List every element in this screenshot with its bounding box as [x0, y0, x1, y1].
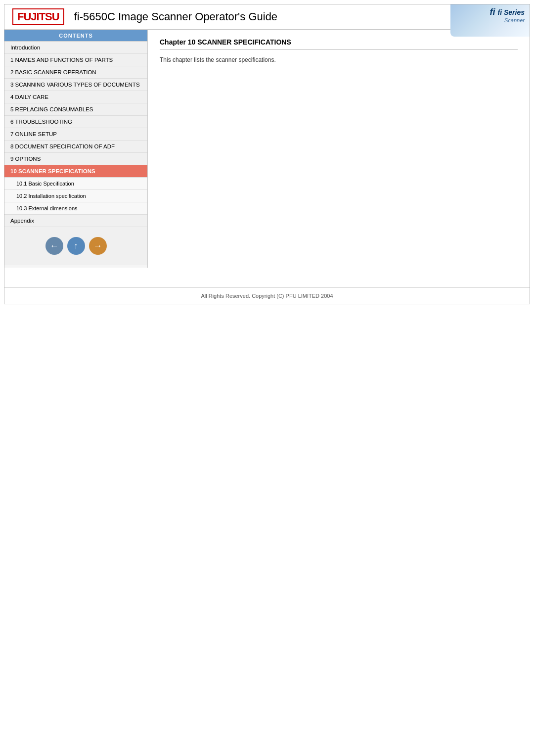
- sidebar-item-ch10-1[interactable]: 10.1 Basic Specification: [4, 178, 147, 190]
- sidebar-item-ch4[interactable]: 4 DAILY CARE: [4, 91, 147, 103]
- sidebar-item-ch10[interactable]: 10 SCANNER SPECIFICATIONS: [4, 165, 147, 178]
- sidebar-item-ch1[interactable]: 1 NAMES AND FUNCTIONS OF PARTS: [4, 54, 147, 66]
- sidebar-item-ch10-3[interactable]: 10.3 External dimensions: [4, 202, 147, 215]
- sidebar-item-ch6[interactable]: 6 TROUBLESHOOTING: [4, 116, 147, 128]
- back-button[interactable]: ←: [45, 237, 63, 255]
- sidebar-item-ch5[interactable]: 5 REPLACING CONSUMABLES: [4, 103, 147, 116]
- sidebar-item-appendix[interactable]: Appendix: [4, 215, 147, 227]
- chapter-description: This chapter lists the scanner specifica…: [160, 56, 518, 63]
- sidebar-item-ch3[interactable]: 3 SCANNING VARIOUS TYPES OF DOCUMENTS: [4, 79, 147, 91]
- page-header: FUJITSU fi-5650C Image Scanner Operator'…: [4, 4, 530, 30]
- fi-series-badge: fi fi Series Scanner: [450, 4, 530, 37]
- nav-buttons: ← ↑ →: [4, 227, 147, 265]
- page-wrapper: FUJITSU fi-5650C Image Scanner Operator'…: [4, 4, 530, 304]
- sidebar-header: CONTENTS: [4, 30, 147, 42]
- up-icon: ↑: [74, 241, 78, 251]
- logo-text: FUJITSU: [17, 10, 59, 23]
- fi-series-label: fi fi Series: [490, 7, 525, 16]
- fi-series-sub: Scanner: [504, 17, 525, 23]
- back-icon: ←: [50, 241, 59, 251]
- fujitsu-logo: FUJITSU: [12, 8, 64, 25]
- up-button[interactable]: ↑: [67, 237, 85, 255]
- sidebar-item-ch8[interactable]: 8 DOCUMENT SPECIFICATION OF ADF: [4, 141, 147, 153]
- main-layout: CONTENTS Introduction 1 NAMES AND FUNCTI…: [4, 30, 530, 268]
- sidebar-item-ch10-2[interactable]: 10.2 Installation specification: [4, 190, 147, 202]
- chapter-title: Chapter 10 SCANNER SPECIFICATIONS: [160, 38, 518, 49]
- sidebar-item-ch7[interactable]: 7 ONLINE SETUP: [4, 128, 147, 141]
- sidebar-item-introduction[interactable]: Introduction: [4, 42, 147, 54]
- copyright-text: All Rights Reserved. Copyright (C) PFU L…: [201, 293, 333, 299]
- content-area: Chapter 10 SCANNER SPECIFICATIONS This c…: [148, 30, 530, 268]
- logo-area: FUJITSU: [12, 8, 64, 25]
- page-footer: All Rights Reserved. Copyright (C) PFU L…: [4, 287, 530, 304]
- sidebar-item-ch2[interactable]: 2 BASIC SCANNER OPERATION: [4, 66, 147, 79]
- fi-series-inner: fi fi Series Scanner: [450, 4, 530, 37]
- forward-icon: →: [93, 241, 102, 251]
- forward-button[interactable]: →: [89, 237, 107, 255]
- sidebar: CONTENTS Introduction 1 NAMES AND FUNCTI…: [4, 30, 148, 268]
- sidebar-item-ch9[interactable]: 9 OPTIONS: [4, 153, 147, 165]
